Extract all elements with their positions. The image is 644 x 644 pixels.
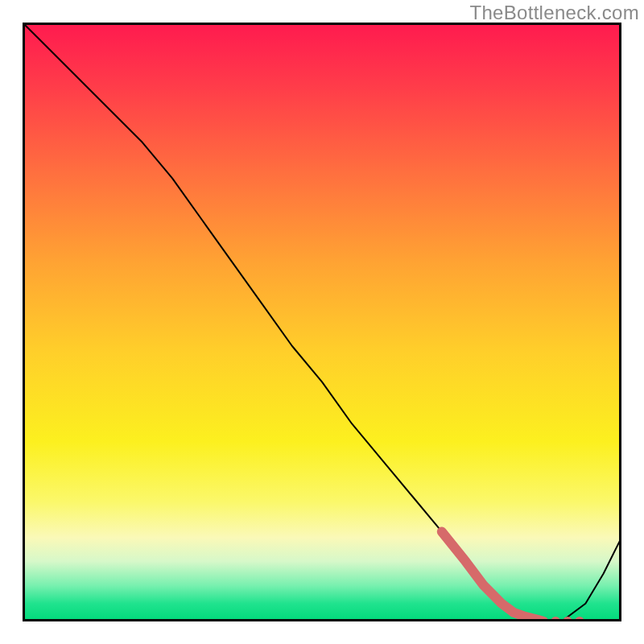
- chart-canvas: TheBottleneck.com: [0, 0, 644, 644]
- watermark-label: TheBottleneck.com: [469, 2, 639, 24]
- background-gradient: [23, 23, 621, 621]
- plot-area: [23, 23, 621, 621]
